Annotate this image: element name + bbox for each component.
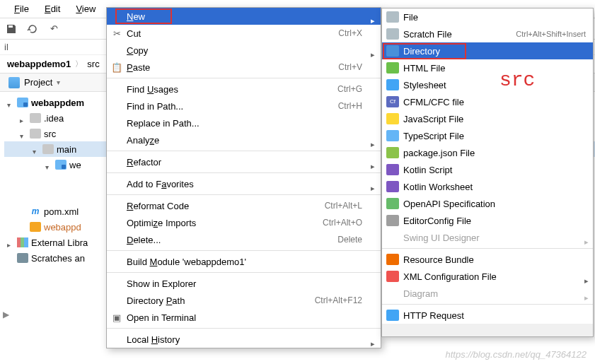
new-resource-bundle[interactable]: Resource Bundle — [382, 251, 593, 268]
expand-icon[interactable] — [33, 146, 40, 153]
scissors-icon: ✂ — [111, 28, 122, 39]
tree-label: src — [44, 129, 56, 139]
file-icon — [386, 11, 399, 23]
separator — [107, 172, 381, 173]
libraries-icon — [17, 237, 28, 247]
tree-label: webappdem — [31, 98, 84, 108]
ctx-replace-in-path[interactable]: Replace in Path... — [107, 115, 381, 131]
js-icon — [386, 113, 399, 124]
annotation-src-label: src — [499, 69, 535, 91]
menu-file[interactable]: File — [7, 2, 36, 16]
chevron-right-icon: 〉 — [75, 59, 83, 69]
iml-icon — [30, 222, 41, 232]
new-file[interactable]: File — [382, 8, 593, 25]
expand-icon[interactable] — [7, 239, 14, 246]
undo-icon[interactable]: ↶ — [48, 23, 59, 35]
play-icon[interactable]: ▶ — [3, 310, 9, 319]
new-scratch-file[interactable]: Scratch FileCtrl+Alt+Shift+Insert — [382, 25, 593, 42]
ctx-build-module[interactable]: Build Module 'webappdemo1' — [107, 253, 381, 270]
ctx-directory-path[interactable]: Directory PathCtrl+Alt+F12 — [107, 292, 381, 309]
new-submenu: File Scratch FileCtrl+Alt+Shift+Insert D… — [381, 8, 594, 337]
expand-icon[interactable] — [20, 115, 27, 122]
ctx-optimize-imports[interactable]: Optimize ImportsCtrl+Alt+O — [107, 214, 381, 231]
new-xml-config[interactable]: XML Configuration File — [382, 268, 593, 285]
tree-label: .idea — [44, 113, 64, 124]
separator — [107, 78, 381, 78]
project-panel-title: Project — [24, 77, 52, 88]
tree-label: pom.xml — [44, 206, 79, 217]
ctx-local-history[interactable]: Local History — [107, 331, 381, 348]
ctx-analyze[interactable]: Analyze — [107, 131, 381, 148]
ctx-copy[interactable]: Copy — [107, 42, 381, 59]
module-icon — [17, 98, 28, 107]
new-diagram[interactable]: Diagram — [382, 285, 593, 302]
folder-icon — [30, 129, 41, 139]
new-javascript-file[interactable]: JavaScript File — [382, 110, 593, 127]
folder-icon — [30, 113, 41, 123]
crumb-root[interactable]: webappdemo1 — [7, 59, 71, 69]
menu-view-label: iew — [82, 4, 96, 14]
html-icon — [386, 62, 399, 74]
directory-icon — [386, 45, 399, 57]
editorconfig-icon — [386, 215, 399, 226]
new-http-request[interactable]: HTTP Request — [382, 307, 593, 324]
save-icon[interactable] — [6, 23, 17, 35]
new-html-file[interactable]: HTML File — [382, 59, 593, 76]
ctx-find-usages[interactable]: Find UsagesCtrl+G — [107, 81, 381, 98]
ctx-open-in-terminal[interactable]: ▣ Open in Terminal — [107, 309, 381, 326]
separator — [382, 248, 593, 249]
folder-icon — [55, 160, 67, 170]
separator — [107, 194, 381, 195]
tree-label: we — [69, 160, 81, 170]
new-swing-ui-designer[interactable]: Swing UI Designer — [382, 229, 593, 246]
kotlin-icon — [386, 164, 399, 175]
ctx-reformat[interactable]: Reformat CodeCtrl+Alt+L — [107, 197, 381, 214]
chevron-down-icon: ▾ — [57, 78, 60, 86]
ctx-paste[interactable]: 📋 PasteCtrl+V — [107, 59, 381, 76]
expand-icon[interactable] — [20, 130, 27, 137]
folder-icon — [42, 144, 54, 154]
project-icon — [8, 77, 20, 88]
ctx-delete[interactable]: Delete...Delete — [107, 231, 381, 248]
ctx-find-in-path[interactable]: Find in Path...Ctrl+H — [107, 98, 381, 115]
menu-edit[interactable]: Edit — [37, 2, 67, 16]
openapi-icon — [386, 198, 399, 209]
new-directory[interactable]: Directory — [382, 42, 593, 59]
new-kotlin-worksheet[interactable]: Kotlin Worksheet — [382, 178, 593, 195]
new-cfml-file[interactable]: CfCFML/CFC file — [382, 93, 593, 110]
context-menu: New ✂ CutCtrl+X Copy 📋 PasteCtrl+V Find … — [106, 7, 381, 348]
ctx-refactor[interactable]: Refactor — [107, 153, 381, 170]
menu-file-label: ile — [20, 4, 29, 14]
new-editorconfig[interactable]: EditorConfig File — [382, 212, 593, 229]
ts-icon — [386, 130, 399, 141]
ctx-show-in-explorer[interactable]: Show in Explorer — [107, 275, 381, 292]
menu-edit-label: dit — [51, 4, 61, 14]
ctx-new[interactable]: New — [107, 8, 381, 25]
clipboard-icon: 📋 — [111, 61, 122, 73]
menu-view[interactable]: View — [69, 2, 103, 16]
new-stylesheet[interactable]: Stylesheet — [382, 76, 593, 93]
package-icon — [386, 147, 399, 158]
tree-label: Scratches an — [31, 253, 85, 264]
tree-label: main — [57, 144, 76, 155]
expand-icon[interactable] — [7, 99, 14, 106]
crumb-child[interactable]: src — [87, 59, 99, 69]
separator — [382, 304, 593, 305]
new-typescript-file[interactable]: TypeScript File — [382, 127, 593, 144]
tree-label: webappd — [44, 222, 81, 233]
resource-bundle-icon — [386, 254, 399, 265]
expand-icon[interactable] — [45, 161, 52, 168]
new-openapi-spec[interactable]: OpenAPI Specification — [382, 195, 593, 212]
xml-icon — [386, 271, 399, 282]
refresh-icon[interactable] — [27, 23, 38, 35]
watermark: https://blog.csdn.net/qq_47364122 — [446, 349, 587, 360]
ctx-cut[interactable]: ✂ CutCtrl+X — [107, 25, 381, 42]
new-package-json[interactable]: package.json File — [382, 144, 593, 161]
maven-icon: m — [30, 206, 41, 216]
separator — [107, 328, 381, 329]
new-kotlin-script[interactable]: Kotlin Script — [382, 161, 593, 178]
scratches-icon — [17, 253, 28, 263]
terminal-icon: ▣ — [111, 312, 122, 323]
ctx-add-to-favorites[interactable]: Add to Favorites — [107, 175, 381, 192]
http-icon — [386, 310, 399, 321]
